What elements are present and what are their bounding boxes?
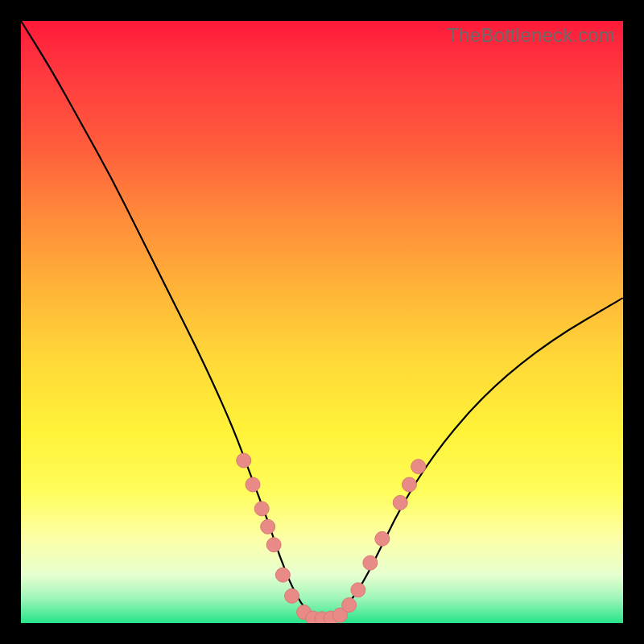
curve-marker [411, 460, 426, 474]
bottleneck-curve [21, 21, 623, 618]
curve-marker [402, 477, 416, 492]
chart-overlay [21, 21, 623, 623]
curve-markers [237, 453, 426, 623]
curve-marker [266, 538, 281, 552]
plot-area: TheBottleneck.com [21, 21, 623, 623]
curve-marker [275, 568, 290, 582]
curve-marker [342, 598, 357, 613]
curve-marker [393, 495, 407, 510]
curve-marker [246, 477, 260, 492]
curve-marker [237, 453, 251, 468]
curve-marker [351, 583, 365, 597]
curve-marker [375, 531, 390, 546]
chart-frame: TheBottleneck.com [0, 0, 644, 644]
curve-marker [261, 519, 275, 534]
curve-marker [285, 588, 299, 603]
curve-marker [363, 555, 378, 570]
curve-marker [254, 502, 269, 516]
